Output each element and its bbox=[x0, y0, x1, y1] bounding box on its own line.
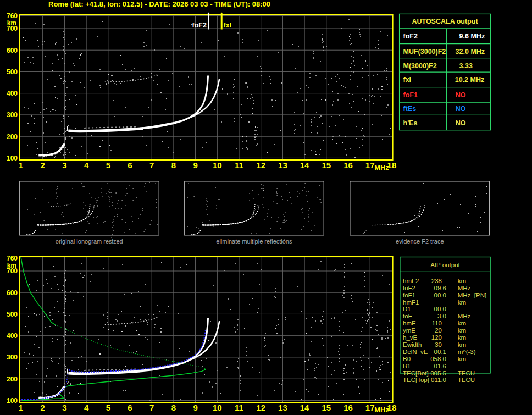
svg-text:2: 2 bbox=[41, 161, 45, 170]
svg-text:14: 14 bbox=[300, 403, 309, 412]
svg-text:13: 13 bbox=[278, 161, 287, 170]
svg-text:238: 238 bbox=[431, 278, 442, 284]
svg-text:km: km bbox=[7, 262, 16, 269]
svg-text:km: km bbox=[458, 341, 466, 348]
svg-text:foF1: foF1 bbox=[403, 91, 418, 99]
svg-text:hmE: hmE bbox=[403, 320, 416, 327]
svg-text:01.6: 01.6 bbox=[434, 363, 446, 369]
svg-text:4: 4 bbox=[84, 403, 89, 412]
svg-text:2: 2 bbox=[41, 403, 45, 412]
svg-text:MHz: MHz bbox=[458, 285, 471, 291]
svg-text:600: 600 bbox=[7, 289, 18, 297]
svg-text:Rome (lat: +41.8, lon: 012.5): Rome (lat: +41.8, lon: 012.5) - DATE: 20… bbox=[48, 0, 270, 8]
svg-text:hmF2: hmF2 bbox=[403, 278, 419, 284]
svg-text:200: 200 bbox=[7, 375, 18, 383]
svg-text:---: --- bbox=[433, 299, 439, 306]
svg-text:m^(-3): m^(-3) bbox=[458, 348, 476, 355]
svg-text:D1: D1 bbox=[403, 306, 411, 312]
svg-text:6: 6 bbox=[128, 161, 132, 170]
svg-text:00.1: 00.1 bbox=[434, 348, 446, 355]
svg-text:MHz: MHz bbox=[458, 313, 471, 319]
svg-text:11: 11 bbox=[235, 403, 243, 412]
svg-text:15: 15 bbox=[322, 161, 331, 170]
svg-text:32.0 MHz: 32.0 MHz bbox=[456, 48, 485, 56]
svg-text:11: 11 bbox=[235, 161, 243, 170]
svg-text:TECU: TECU bbox=[458, 370, 475, 377]
svg-text:200: 200 bbox=[7, 133, 18, 141]
svg-text:evidence F2 trace: evidence F2 trace bbox=[396, 238, 444, 245]
svg-text:NO: NO bbox=[456, 119, 466, 127]
svg-text:16: 16 bbox=[343, 161, 353, 170]
svg-text:MUF(3000)F2: MUF(3000)F2 bbox=[403, 48, 446, 56]
svg-text:MHz: MHz bbox=[458, 292, 471, 298]
svg-text:h_vE: h_vE bbox=[403, 334, 418, 341]
svg-text:400: 400 bbox=[7, 90, 18, 97]
svg-text:100: 100 bbox=[7, 154, 18, 162]
svg-text:400: 400 bbox=[7, 332, 18, 340]
svg-text:600: 600 bbox=[7, 47, 18, 54]
svg-text:fxI: fxI bbox=[403, 76, 412, 84]
svg-text:fxI: fxI bbox=[224, 21, 232, 29]
svg-text:300: 300 bbox=[7, 111, 18, 119]
svg-text:100: 100 bbox=[7, 397, 18, 405]
svg-text:km: km bbox=[458, 278, 466, 284]
svg-text:9: 9 bbox=[193, 403, 197, 412]
svg-text:3: 3 bbox=[62, 161, 66, 170]
svg-text:17: 17 bbox=[365, 161, 375, 170]
svg-text:3.33: 3.33 bbox=[459, 62, 473, 70]
svg-text:km: km bbox=[458, 327, 466, 334]
svg-text:TEC[Top]: TEC[Top] bbox=[403, 377, 429, 383]
svg-text:15: 15 bbox=[322, 403, 331, 412]
svg-text:4: 4 bbox=[84, 161, 89, 170]
svg-text:km: km bbox=[458, 320, 466, 327]
svg-text:hmF1: hmF1 bbox=[403, 299, 419, 306]
svg-text:9: 9 bbox=[193, 161, 197, 170]
svg-text:h'Es: h'Es bbox=[403, 119, 418, 127]
svg-text:ftEs: ftEs bbox=[403, 105, 417, 113]
svg-text:500: 500 bbox=[7, 68, 18, 76]
svg-text:10: 10 bbox=[213, 161, 222, 170]
svg-text:058.0: 058.0 bbox=[430, 356, 446, 362]
svg-text:9.6 MHz: 9.6 MHz bbox=[459, 32, 485, 40]
svg-text:TECU: TECU bbox=[458, 377, 475, 383]
svg-text:foF2: foF2 bbox=[403, 285, 415, 291]
svg-text:5: 5 bbox=[106, 161, 110, 170]
svg-text:09.6: 09.6 bbox=[434, 285, 446, 291]
svg-text:760: 760 bbox=[7, 12, 18, 20]
svg-text:5: 5 bbox=[106, 403, 110, 412]
svg-text:original ionogram resized: original ionogram resized bbox=[56, 238, 123, 245]
svg-text:12: 12 bbox=[256, 403, 265, 412]
svg-text:AUTOSCALA output: AUTOSCALA output bbox=[412, 18, 478, 25]
svg-text:M(3000)F2: M(3000)F2 bbox=[403, 62, 437, 70]
svg-text:12: 12 bbox=[256, 161, 265, 170]
svg-text:km: km bbox=[7, 19, 16, 27]
svg-text:17: 17 bbox=[365, 403, 375, 412]
svg-text:10.2 MHz: 10.2 MHz bbox=[455, 76, 485, 84]
svg-text:16: 16 bbox=[343, 403, 353, 412]
svg-text:00.0: 00.0 bbox=[434, 306, 446, 312]
svg-text:MHz: MHz bbox=[374, 406, 389, 414]
svg-text:6: 6 bbox=[128, 403, 132, 412]
svg-text:8: 8 bbox=[171, 161, 176, 170]
svg-text:760: 760 bbox=[7, 254, 18, 262]
svg-text:00.0: 00.0 bbox=[434, 292, 446, 298]
svg-text:20: 20 bbox=[435, 327, 442, 334]
svg-text:7: 7 bbox=[149, 161, 154, 170]
svg-text:km: km bbox=[458, 356, 466, 362]
svg-text:eliminate multiple reflections: eliminate multiple reflections bbox=[216, 238, 292, 245]
svg-text:500: 500 bbox=[7, 311, 18, 318]
svg-text:8: 8 bbox=[171, 403, 176, 412]
svg-text:011.0: 011.0 bbox=[431, 377, 446, 383]
svg-text:foF1: foF1 bbox=[403, 292, 415, 298]
svg-text:MHz: MHz bbox=[374, 163, 389, 171]
svg-text:AIP output: AIP output bbox=[430, 262, 460, 268]
svg-text:3: 3 bbox=[62, 403, 66, 412]
svg-text:foF2: foF2 bbox=[192, 21, 207, 29]
svg-text:3.0: 3.0 bbox=[437, 313, 446, 319]
svg-text:foF2: foF2 bbox=[403, 32, 418, 40]
svg-text:Ewidth: Ewidth bbox=[403, 341, 422, 348]
svg-text:120: 120 bbox=[431, 334, 442, 341]
svg-text:13: 13 bbox=[278, 403, 287, 412]
svg-text:foE: foE bbox=[403, 313, 413, 319]
svg-text:110: 110 bbox=[432, 320, 442, 327]
